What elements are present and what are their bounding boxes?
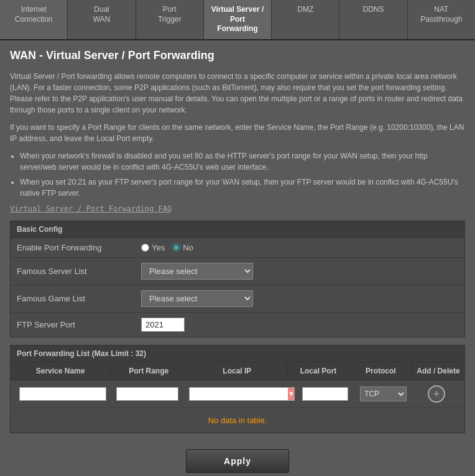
- enable-port-forwarding-row: Enable Port Forwarding Yes No: [11, 238, 464, 258]
- radio-group-enable: Yes No: [141, 243, 193, 252]
- cell-service-name: [14, 387, 111, 401]
- no-data-message: No data in table.: [11, 408, 464, 433]
- cell-local-ip: ▼: [183, 387, 296, 401]
- port-forwarding-list-header: Port Forwarding List (Max Limit : 32): [11, 346, 464, 362]
- local-port-input[interactable]: [302, 387, 349, 401]
- nav-tabs: InternetConnection DualWAN PortTrigger V…: [0, 0, 475, 40]
- ftp-port-label: FTP Server Port: [17, 320, 141, 329]
- famous-server-select[interactable]: Please select: [141, 263, 253, 280]
- radio-yes-option[interactable]: Yes: [141, 243, 165, 252]
- plus-icon: +: [433, 388, 440, 400]
- th-add-delete: Add / Delete: [412, 362, 464, 380]
- table-header-row: Service Name Port Range Local IP Local P…: [11, 362, 464, 380]
- famous-game-row: Famous Game List Please select: [11, 285, 464, 313]
- page-title: WAN - Virtual Server / Port Forwarding: [10, 49, 465, 62]
- description-2: If you want to specify a Port Range for …: [10, 122, 465, 144]
- famous-game-select[interactable]: Please select: [141, 290, 253, 307]
- famous-server-label: Famous Server List: [17, 267, 141, 276]
- radio-no-label: No: [183, 243, 193, 252]
- famous-server-row: Famous Server List Please select: [11, 258, 464, 285]
- ftp-port-value: 2021: [141, 318, 458, 332]
- tab-port-trigger[interactable]: PortTrigger: [136, 0, 204, 39]
- description-1: Virtual Server / Port forwarding allows …: [10, 71, 465, 116]
- local-ip-input[interactable]: [189, 387, 288, 401]
- basic-config-section: Basic Config Enable Port Forwarding Yes …: [10, 221, 465, 337]
- th-port-range: Port Range: [111, 362, 187, 380]
- tab-nat-passthrough[interactable]: NATPassthrough: [408, 0, 475, 39]
- famous-game-label: Famous Game List: [17, 294, 141, 303]
- radio-yes-input[interactable]: [141, 244, 149, 252]
- service-name-input[interactable]: [19, 387, 106, 401]
- cell-port-range: [111, 387, 184, 401]
- enable-port-forwarding-label: Enable Port Forwarding: [17, 243, 141, 252]
- famous-game-value: Please select: [141, 290, 458, 307]
- radio-no-input[interactable]: [172, 244, 180, 252]
- tab-dmz[interactable]: DMZ: [272, 0, 339, 39]
- port-range-input[interactable]: [116, 387, 178, 401]
- tab-internet-connection[interactable]: InternetConnection: [0, 0, 68, 39]
- th-local-ip: Local IP: [187, 362, 287, 380]
- ftp-port-row: FTP Server Port 2021: [11, 313, 464, 337]
- bullet-list: When your network's firewall is disabled…: [20, 150, 465, 199]
- tab-dual-wan[interactable]: DualWAN: [68, 0, 136, 39]
- port-forwarding-list-section: Port Forwarding List (Max Limit : 32) Se…: [10, 345, 465, 433]
- tab-virtual-server-port-forwarding[interactable]: Virtual Server / PortForwarding: [204, 0, 272, 39]
- apply-area: Apply: [10, 441, 465, 476]
- radio-yes-label: Yes: [152, 243, 165, 252]
- bullet-item-1: When your network's firewall is disabled…: [20, 150, 465, 173]
- main-content: WAN - Virtual Server / Port Forwarding V…: [0, 40, 475, 476]
- ftp-port-input[interactable]: 2021: [141, 318, 185, 332]
- basic-config-header: Basic Config: [11, 221, 464, 238]
- apply-button[interactable]: Apply: [186, 449, 289, 473]
- local-ip-dropdown-button[interactable]: ▼: [288, 387, 295, 401]
- bullet-item-2: When you set 20:21 as your FTP server's …: [20, 176, 465, 199]
- th-local-port: Local Port: [287, 362, 349, 380]
- enable-port-forwarding-value: Yes No: [141, 243, 458, 252]
- famous-server-value: Please select: [141, 263, 458, 280]
- protocol-select[interactable]: TCP UDP BOTH: [360, 387, 407, 401]
- th-protocol: Protocol: [350, 362, 412, 380]
- cell-protocol: TCP UDP BOTH: [354, 387, 412, 401]
- cell-add-delete: +: [412, 385, 461, 403]
- faq-link[interactable]: Virtual Server / Port Forwarding FAQ: [10, 204, 172, 213]
- radio-no-option[interactable]: No: [172, 243, 193, 252]
- add-rule-button[interactable]: +: [428, 385, 445, 403]
- tab-ddns[interactable]: DDNS: [339, 0, 407, 39]
- table-input-row: ▼ TCP UDP BOTH +: [11, 380, 464, 408]
- th-service-name: Service Name: [11, 362, 111, 380]
- local-ip-wrapper: ▼: [189, 387, 290, 401]
- cell-local-port: [296, 387, 354, 401]
